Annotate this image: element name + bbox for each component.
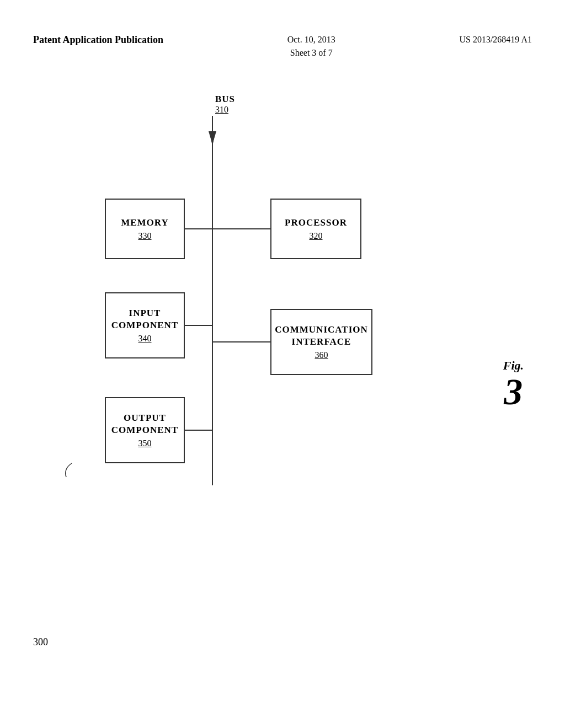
svg-marker-1	[210, 132, 215, 146]
ref-300-label: 300	[33, 636, 48, 648]
memory-box: MEMORY 330	[105, 199, 185, 259]
svg-marker-2	[209, 131, 216, 144]
processor-number: 320	[310, 231, 323, 241]
ref-300-text: 300	[33, 636, 48, 647]
figure-label: Fig. 3	[503, 358, 524, 410]
communication-interface-label: COMMUNICATIONINTERFACE	[275, 324, 368, 348]
connector-lines	[0, 88, 565, 728]
input-component-number: 340	[138, 334, 152, 344]
publication-label: Patent Application Publication	[33, 33, 163, 47]
processor-box: PROCESSOR 320	[270, 199, 361, 259]
input-component-box: INPUTCOMPONENT 340	[105, 292, 185, 358]
patent-number: US 2013/268419 A1	[459, 33, 532, 46]
output-component-box: OUTPUTCOMPONENT 350	[105, 397, 185, 463]
output-component-number: 350	[138, 438, 152, 448]
bus-text: BUS	[215, 94, 235, 105]
input-component-label: INPUTCOMPONENT	[111, 307, 178, 331]
sheet: Sheet 3 of 7	[290, 48, 333, 57]
date: Oct. 10, 2013	[287, 35, 335, 44]
bus-number: 310	[215, 105, 235, 115]
processor-label: PROCESSOR	[285, 217, 347, 229]
memory-number: 330	[138, 231, 152, 241]
memory-label: MEMORY	[121, 217, 169, 229]
output-component-label: OUTPUTCOMPONENT	[111, 412, 178, 436]
communication-interface-box: COMMUNICATIONINTERFACE 360	[270, 309, 372, 375]
page-header: Patent Application Publication Oct. 10, …	[0, 33, 565, 60]
date-sheet: Oct. 10, 2013 Sheet 3 of 7	[287, 33, 335, 60]
bus-label: BUS 310	[215, 94, 235, 115]
diagram-area: BUS 310 MEMORY 330 PROCESSOR 320 INPUTCO…	[0, 88, 565, 728]
communication-interface-number: 360	[315, 350, 328, 360]
fig-number: 3	[503, 373, 524, 410]
